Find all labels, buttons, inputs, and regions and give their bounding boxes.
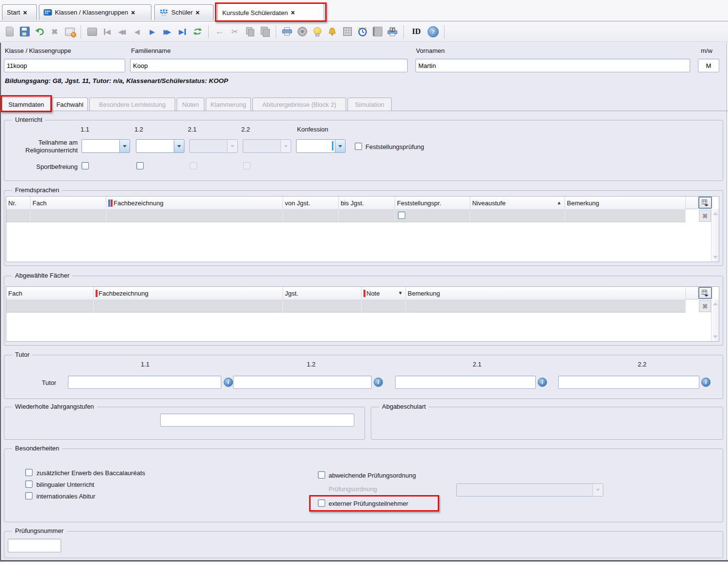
fremdsprachen-empty-row[interactable] [6, 209, 686, 222]
column-header-bemerkung[interactable]: Bemerkung [565, 197, 686, 209]
tab-klassen-label: Klassen / Klassengruppen [55, 9, 128, 16]
chevron-down-icon[interactable] [119, 140, 130, 152]
abweichende-pruefungsordnung-label: abweichende Prüfungsordnung [329, 472, 416, 479]
chevron-down-icon[interactable] [335, 140, 345, 152]
toolbar-separator [276, 25, 276, 38]
form-settings-icon[interactable] [63, 25, 76, 38]
print-z-icon[interactable]: Z [386, 25, 399, 38]
new-document-icon[interactable] [3, 25, 16, 38]
chevron-down-icon[interactable] [174, 140, 184, 152]
info-icon[interactable]: i [224, 378, 233, 387]
vornamen-field[interactable] [415, 59, 690, 72]
tab-abiturergebnisse: Abiturergebnisse (Block 2) [252, 98, 346, 111]
tab-close-icon[interactable]: × [291, 9, 295, 17]
scroll-up-icon[interactable] [713, 302, 718, 305]
abgewaehlte-scrollbar[interactable] [711, 299, 719, 341]
tab-kursstufe-schuelerdaten[interactable]: Kursstufe Schülerdaten × [217, 3, 324, 21]
column-header-fach[interactable]: Fach [6, 287, 94, 299]
tab-stammdaten[interactable]: Stammdaten [2, 97, 50, 111]
row-delete-button[interactable]: ✖ [699, 210, 711, 222]
sportbefreiung-checkbox-2-1 [190, 162, 197, 169]
tab-start[interactable]: Start × [2, 4, 37, 20]
religion-combo-1-2[interactable] [136, 139, 184, 153]
column-header-fach[interactable]: Fach [31, 197, 106, 209]
abgewaehlte-table-settings-button[interactable] [698, 287, 712, 299]
internationales-abitur-checkbox[interactable] [25, 492, 33, 499]
column-header-bemerkung[interactable]: Bemerkung [406, 287, 686, 299]
externer-pruefungsteilnehmer-checkbox[interactable] [318, 499, 325, 507]
student-info-line: Bildungsgang: G8, Jgst. 11, Tutor: n/a, … [5, 77, 228, 84]
alarm-clock-icon[interactable] [356, 25, 369, 38]
pruefungsnummer-field[interactable] [8, 539, 61, 552]
sportbefreiung-checkbox-1-1[interactable] [82, 162, 89, 169]
row-feststellungspr-checkbox[interactable] [398, 212, 405, 219]
hint-lightbulb-icon[interactable] [311, 25, 324, 38]
refresh-icon[interactable] [191, 25, 204, 38]
tutor-field-1-1[interactable] [68, 376, 221, 389]
religion-label-line2: Religionsunterricht [10, 147, 78, 154]
info-icon[interactable]: i [374, 378, 383, 387]
abgewaehlte-empty-row[interactable] [6, 299, 686, 313]
bilingual-checkbox[interactable] [25, 481, 33, 488]
fremdsprachen-scrollbar[interactable] [711, 209, 719, 262]
wiederholte-jahrgangstufen-field[interactable] [160, 414, 354, 427]
column-header-fachbezeichnung[interactable]: Fachbezeichnung [94, 287, 283, 299]
grid-settings-icon [702, 290, 709, 297]
group-pruefungsnummer: Prüfungsnummer [4, 531, 723, 558]
tab-klammerung: Klammerung [206, 98, 251, 111]
column-header-von-jgst[interactable]: von Jgst. [283, 197, 339, 209]
pruefungsordnung-label: Prüfungsordnung [329, 485, 377, 493]
baccalaureat-checkbox[interactable] [25, 469, 33, 476]
row-delete-button[interactable]: ✖ [699, 300, 711, 312]
tab-schueler[interactable]: Schüler × [154, 4, 214, 20]
column-header-bis-jgst[interactable]: bis Jgst. [339, 197, 395, 209]
info-icon[interactable]: i [701, 378, 711, 387]
religion-combo-1-1[interactable] [82, 139, 130, 153]
tutor-field-1-2[interactable] [233, 376, 372, 389]
sportbefreiung-checkbox-1-2[interactable] [136, 162, 144, 169]
fast-previous-icon: ◀◀ [116, 25, 129, 38]
text-caret [332, 141, 333, 150]
info-icon[interactable]: i [538, 378, 547, 387]
help-icon[interactable]: ? [427, 25, 440, 38]
tab-start-label: Start [7, 9, 20, 16]
fast-next-icon[interactable]: ▶▶ [161, 25, 174, 38]
column-header-feststellungspr[interactable]: Feststellungspr. [395, 197, 470, 209]
column-header-niveaustufe[interactable]: Niveaustufe▲ [470, 197, 565, 209]
save-icon[interactable] [18, 25, 31, 38]
familienname-field[interactable] [130, 59, 408, 72]
print-icon[interactable] [281, 25, 294, 38]
scroll-down-icon[interactable] [713, 256, 718, 259]
scroll-up-icon[interactable] [713, 212, 718, 215]
group-abgewaehlte-legend: Abgewählte Fächer [12, 272, 72, 279]
tab-kursstufe-label: Kursstufe Schülerdaten [222, 9, 288, 17]
group-abgabeschulart: Abgabeschulart [371, 407, 723, 440]
klasse-field[interactable] [4, 59, 125, 72]
svg-text:Z: Z [391, 27, 394, 32]
tab-klassen-klassengruppen[interactable]: Klassen / Klassengruppen × [39, 4, 151, 20]
column-header-nr[interactable]: Nr. [6, 197, 31, 209]
abweichende-pruefungsordnung-checkbox[interactable] [318, 471, 325, 479]
column-header-note[interactable]: Note▼ [362, 287, 406, 299]
main-toolbar: ✖ ◀ ◀◀ ◀ ▶ ▶▶ ▶ ← ✂ Z [0, 21, 728, 42]
tab-fachwahl[interactable]: Fachwahl [52, 98, 88, 111]
tutor-field-2-2[interactable] [558, 376, 699, 389]
scroll-down-icon[interactable] [713, 335, 718, 338]
id-button[interactable]: ID [408, 25, 425, 38]
bell-icon[interactable] [326, 25, 339, 38]
table-icon [44, 9, 52, 16]
konfession-combo[interactable] [296, 139, 346, 153]
column-header-fachbezeichnung[interactable]: Fachbezeichnung [106, 197, 283, 209]
tab-close-icon[interactable]: × [131, 9, 135, 17]
tutor-col-1-2: 1.2 [307, 361, 315, 368]
tutor-field-2-1[interactable] [395, 376, 536, 389]
tab-close-icon[interactable]: × [23, 9, 27, 17]
mw-field[interactable] [698, 59, 719, 72]
undo-icon[interactable] [33, 25, 46, 38]
tab-close-icon[interactable]: × [196, 9, 199, 17]
column-header-jgst[interactable]: Jgst. [283, 287, 362, 299]
feststellungspruefung-checkbox[interactable] [355, 143, 362, 150]
fremdsprachen-table-settings-button[interactable] [698, 197, 712, 209]
last-record-icon[interactable]: ▶ [176, 25, 189, 38]
next-record-icon[interactable]: ▶ [146, 25, 159, 38]
